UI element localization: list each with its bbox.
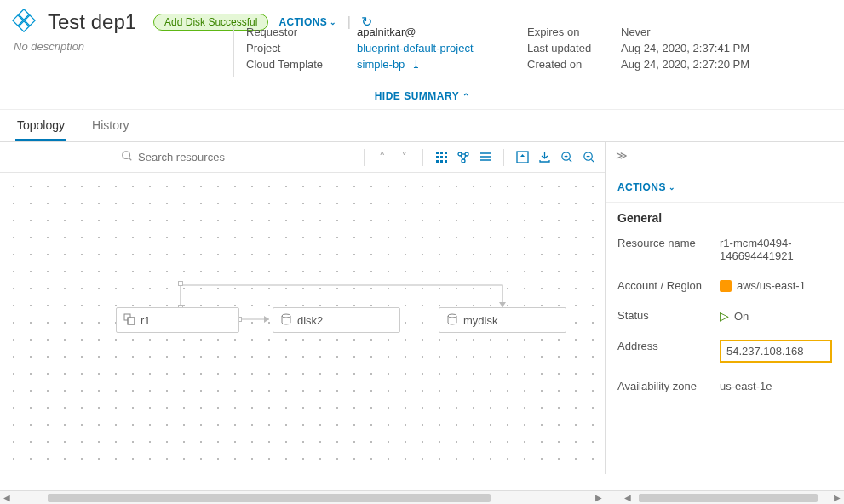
svg-point-37 <box>282 314 290 318</box>
vm-icon <box>123 313 135 328</box>
zoom-out-icon[interactable] <box>579 148 598 167</box>
scroll-left-icon[interactable]: ◀ <box>621 493 634 502</box>
key-status: Status <box>617 309 720 322</box>
svg-line-5 <box>129 158 132 161</box>
node-r1[interactable]: r1 <box>116 307 239 333</box>
collapse-up-icon: ⌃ <box>462 92 470 101</box>
svg-rect-24 <box>517 152 528 163</box>
node-label: mydisk <box>463 314 497 327</box>
fit-screen-icon[interactable] <box>513 148 531 167</box>
disk-icon <box>280 313 292 328</box>
svg-line-26 <box>569 159 571 162</box>
search-icon <box>121 150 133 164</box>
hide-summary-toggle[interactable]: HIDE SUMMARY ⌃ <box>0 82 844 109</box>
summary-key-requestor: Requestor <box>246 26 357 38</box>
scroll-right-icon[interactable]: ▶ <box>592 493 606 502</box>
panel-actions-dropdown[interactable]: ACTIONS ⌄ <box>617 181 832 193</box>
val-address: 54.237.108.168 <box>720 340 832 363</box>
nav-down-icon: ˅ <box>395 148 414 167</box>
svg-rect-8 <box>445 152 447 154</box>
list-view-icon[interactable] <box>476 148 495 167</box>
svg-rect-35 <box>128 318 135 324</box>
summary-val-updated: Aug 24, 2020, 2:37:41 PM <box>621 42 749 54</box>
svg-rect-10 <box>440 156 443 158</box>
key-resource-name: Resource name <box>617 237 720 249</box>
svg-point-4 <box>123 152 130 159</box>
svg-rect-11 <box>445 156 447 158</box>
node-label: r1 <box>141 314 151 327</box>
svg-rect-13 <box>440 160 443 163</box>
summary-key-project: Project <box>246 42 357 54</box>
tab-topology[interactable]: Topology <box>15 110 66 141</box>
svg-line-30 <box>591 159 594 162</box>
val-status: On <box>734 310 749 323</box>
page-title: Test dep1 <box>48 10 136 34</box>
summary-key-created: Created on <box>527 58 621 71</box>
topology-canvas[interactable]: r1 disk2 mydisk <box>0 173 605 474</box>
svg-marker-32 <box>264 316 269 323</box>
summary-key-expires: Expires on <box>527 26 621 38</box>
summary-val-expires: Never <box>621 26 749 38</box>
node-label: disk2 <box>297 314 323 327</box>
horizontal-scrollbar[interactable]: ◀ ▶ ◀ ▶ <box>0 490 844 504</box>
chevron-down-icon: ⌄ <box>330 18 336 26</box>
status-on-icon: ▷ <box>720 309 729 323</box>
export-icon[interactable] <box>535 148 554 167</box>
summary-grid: Requestor Project Cloud Template apalnit… <box>233 26 832 77</box>
val-az: us-east-1e <box>720 380 832 392</box>
summary-val-template-link[interactable]: simple-bp <box>357 58 405 71</box>
nav-up-icon: ˄ <box>373 148 392 167</box>
val-resource-name: r1-mcm40494-146694441921 <box>720 237 832 262</box>
scroll-right-icon[interactable]: ▶ <box>830 493 844 502</box>
key-az: Availability zone <box>617 380 720 392</box>
grid-view-icon[interactable] <box>432 148 451 167</box>
disk-icon <box>446 313 458 328</box>
svg-point-17 <box>462 159 465 163</box>
svg-rect-6 <box>436 152 439 154</box>
details-sidepanel: ≫ ACTIONS ⌄ General Resource name r1-mcm… <box>606 142 844 474</box>
download-icon[interactable]: ⤓ <box>411 58 421 71</box>
svg-line-19 <box>464 155 466 159</box>
aws-icon <box>720 280 732 292</box>
svg-rect-14 <box>445 160 447 163</box>
val-account-region: aws/us-east-1 <box>737 279 806 292</box>
node-mydisk[interactable]: mydisk <box>439 307 566 333</box>
svg-rect-12 <box>436 160 439 163</box>
collapse-panel-icon[interactable]: ≫ <box>606 142 844 169</box>
tab-history[interactable]: History <box>90 110 131 141</box>
summary-key-template: Cloud Template <box>246 58 357 71</box>
summary-key-updated: Last updated <box>527 42 621 54</box>
svg-rect-7 <box>440 152 443 154</box>
key-account-region: Account / Region <box>617 279 720 292</box>
key-address: Address <box>617 340 720 352</box>
chevron-down-icon: ⌄ <box>669 183 675 192</box>
scroll-left-icon[interactable]: ◀ <box>0 493 14 502</box>
section-title-general: General <box>606 203 844 228</box>
search-input[interactable] <box>138 151 283 163</box>
svg-line-18 <box>461 155 462 159</box>
network-view-icon[interactable] <box>454 148 473 167</box>
summary-val-created: Aug 24, 2020, 2:27:20 PM <box>621 58 749 71</box>
summary-val-project-link[interactable]: blueprint-default-project <box>357 42 527 54</box>
zoom-in-icon[interactable] <box>557 148 576 167</box>
svg-point-38 <box>448 314 456 318</box>
app-logo-icon <box>12 9 36 35</box>
svg-rect-9 <box>436 156 439 158</box>
summary-val-requestor: apalnitkar@ <box>357 26 527 38</box>
node-disk2[interactable]: disk2 <box>273 307 400 333</box>
